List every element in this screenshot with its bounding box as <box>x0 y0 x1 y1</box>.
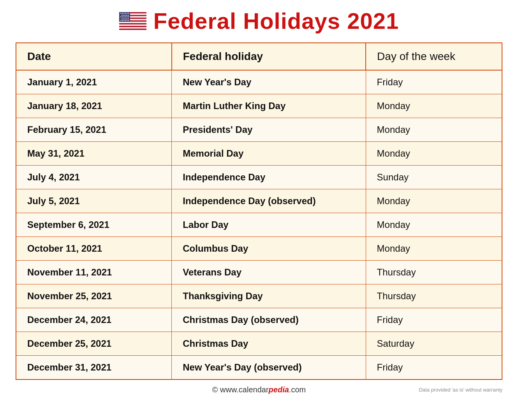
svg-text:★★★★★★: ★★★★★★ <box>120 19 130 21</box>
table-row: December 31, 2021New Year's Day (observe… <box>16 356 502 379</box>
svg-rect-8 <box>119 23 146 25</box>
table-row: December 24, 2021Christmas Day (observed… <box>16 308 502 332</box>
holiday-cell: Christmas Day <box>172 332 366 356</box>
col-header-day: Day of the week <box>366 43 502 70</box>
day-cell: Friday <box>366 356 502 379</box>
credit-pedia: pedia <box>269 385 289 394</box>
date-cell: January 18, 2021 <box>16 94 172 118</box>
day-cell: Friday <box>366 308 502 332</box>
day-cell: Monday <box>366 213 502 237</box>
day-cell: Friday <box>366 70 502 94</box>
table-row: February 15, 2021Presidents' DayMonday <box>16 118 502 142</box>
day-cell: Saturday <box>366 332 502 356</box>
holiday-cell: Thanksgiving Day <box>172 284 366 308</box>
page-title: Federal Holidays 2021 <box>153 8 399 34</box>
day-cell: Thursday <box>366 261 502 284</box>
page-footer: © www.calendarpedia.com Data provided 'a… <box>16 385 502 394</box>
table-row: January 18, 2021Martin Luther King DayMo… <box>16 94 502 118</box>
day-cell: Sunday <box>366 166 502 189</box>
col-header-holiday: Federal holiday <box>172 43 366 70</box>
footer-credit: © www.calendarpedia.com <box>212 385 306 394</box>
page-header: ★★★★★★ ★★★★★ ★★★★★★ ★★★★★ ★★★★★★ Federal… <box>16 8 502 34</box>
table-row: January 1, 2021New Year's DayFriday <box>16 70 502 94</box>
date-cell: October 11, 2021 <box>16 237 172 261</box>
table-row: September 6, 2021Labor DayMonday <box>16 213 502 237</box>
date-cell: December 31, 2021 <box>16 356 172 379</box>
table-row: May 31, 2021Memorial DayMonday <box>16 142 502 166</box>
date-cell: May 31, 2021 <box>16 142 172 166</box>
date-cell: February 15, 2021 <box>16 118 172 142</box>
date-cell: January 1, 2021 <box>16 70 172 94</box>
holiday-cell: Presidents' Day <box>172 118 366 142</box>
holiday-cell: Christmas Day (observed) <box>172 308 366 332</box>
svg-rect-11 <box>119 27 146 28</box>
date-cell: November 11, 2021 <box>16 261 172 284</box>
table-row: December 25, 2021Christmas DaySaturday <box>16 332 502 356</box>
date-cell: December 24, 2021 <box>16 308 172 332</box>
day-cell: Monday <box>366 118 502 142</box>
holidays-table: Date Federal holiday Day of the week Jan… <box>16 43 502 379</box>
holidays-table-wrapper: Date Federal holiday Day of the week Jan… <box>16 42 502 380</box>
day-cell: Monday <box>366 237 502 261</box>
footer-disclaimer: Data provided 'as is' without warranty <box>419 387 502 393</box>
svg-rect-12 <box>119 28 146 30</box>
holiday-cell: New Year's Day <box>172 70 366 94</box>
day-cell: Thursday <box>366 284 502 308</box>
day-cell: Monday <box>366 142 502 166</box>
credit-suffix: .com <box>289 385 306 394</box>
col-header-date: Date <box>16 43 172 70</box>
holiday-cell: New Year's Day (observed) <box>172 356 366 379</box>
svg-rect-7 <box>119 21 146 23</box>
svg-rect-10 <box>119 26 146 27</box>
table-row: July 4, 2021Independence DaySunday <box>16 166 502 189</box>
table-row: October 11, 2021Columbus DayMonday <box>16 237 502 261</box>
holiday-cell: Columbus Day <box>172 237 366 261</box>
date-cell: December 25, 2021 <box>16 332 172 356</box>
credit-prefix: © www.calendar <box>212 385 269 394</box>
holiday-cell: Veterans Day <box>172 261 366 284</box>
holiday-cell: Independence Day (observed) <box>172 189 366 213</box>
date-cell: July 5, 2021 <box>16 189 172 213</box>
us-flag-icon: ★★★★★★ ★★★★★ ★★★★★★ ★★★★★ ★★★★★★ <box>119 12 146 30</box>
day-cell: Monday <box>366 189 502 213</box>
holiday-cell: Martin Luther King Day <box>172 94 366 118</box>
date-cell: November 25, 2021 <box>16 284 172 308</box>
table-header-row: Date Federal holiday Day of the week <box>16 43 502 70</box>
table-row: November 25, 2021Thanksgiving DayThursda… <box>16 284 502 308</box>
table-row: November 11, 2021Veterans DayThursday <box>16 261 502 284</box>
holiday-cell: Independence Day <box>172 166 366 189</box>
day-cell: Monday <box>366 94 502 118</box>
date-cell: July 4, 2021 <box>16 166 172 189</box>
holiday-cell: Labor Day <box>172 213 366 237</box>
table-row: July 5, 2021Independence Day (observed)M… <box>16 189 502 213</box>
svg-rect-9 <box>119 24 146 26</box>
holiday-cell: Memorial Day <box>172 142 366 166</box>
date-cell: September 6, 2021 <box>16 213 172 237</box>
